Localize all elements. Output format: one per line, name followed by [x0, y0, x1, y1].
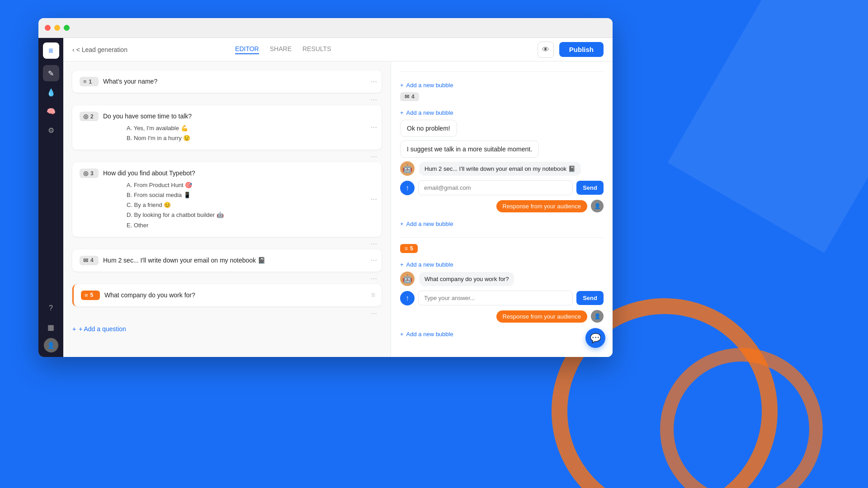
- preview-panel: + Add a new bubble ✉ 4 + Add a new bubbl…: [391, 61, 613, 357]
- text-icon-5: ≡: [85, 292, 88, 299]
- input-row-5: ↑ Send: [400, 291, 604, 305]
- text-icon: ≡: [83, 78, 87, 85]
- drag-handle-5[interactable]: ≡: [371, 291, 375, 299]
- drop-icon: 💧: [47, 88, 56, 97]
- user-avatar[interactable]: 👤: [44, 338, 58, 352]
- question-menu-2[interactable]: ⋯: [371, 124, 377, 131]
- question-badge-1: ≡ 1: [80, 77, 99, 86]
- arrow-up-icon-5: ↑: [406, 294, 409, 302]
- preview-inner: + Add a new bubble ✉ 4 + Add a new bubbl…: [391, 61, 613, 348]
- question-options-3: A. From Product Hunt 🎯 B. From social me…: [103, 180, 224, 230]
- add-bubble-after-5[interactable]: + Add a new bubble: [400, 327, 604, 341]
- radio-icon-2: ◎: [83, 113, 88, 120]
- top-nav: ‹ < Lead generation EDITOR SHARE RESULTS…: [63, 38, 613, 61]
- plus-icon-top-4: +: [400, 82, 404, 89]
- add-bubble-after-4[interactable]: + Add a new bubble: [400, 217, 604, 231]
- send-button-5[interactable]: Send: [576, 291, 604, 305]
- sidebar-item-kanban[interactable]: ▦: [43, 319, 59, 335]
- close-dot[interactable]: [45, 25, 51, 31]
- preview-section-4: + Add a new bubble ✉ 4 + Add a new bubbl…: [400, 71, 604, 231]
- question-block-1: ≡ 1 What's your name? ⋯: [72, 70, 382, 93]
- preview-section-5: ≡ 5 + Add a new bubble 🤖 What company do…: [400, 237, 604, 341]
- chat-row-5: 🤖 What company do you work for?: [400, 272, 604, 286]
- bot-avatar-5: 🤖: [400, 272, 415, 286]
- question-menu-4[interactable]: ⋯: [371, 257, 377, 264]
- sidebar-logo[interactable]: ≡: [43, 42, 59, 59]
- sidebar-item-drop[interactable]: 💧: [43, 84, 59, 100]
- audience-row-5: Response from your audience 👤: [400, 310, 604, 323]
- kanban-icon: ▦: [47, 323, 54, 332]
- tab-share[interactable]: SHARE: [270, 45, 292, 54]
- spacer-5: ⋯: [72, 308, 382, 319]
- audience-chip-4: Response from your audience: [496, 200, 587, 212]
- chat-fab[interactable]: 💬: [585, 328, 605, 348]
- sidebar: ≡ ✎ 💧 🧠 ⚙ ? ▦ 👤: [38, 38, 63, 357]
- question-text-1: What's your name?: [103, 77, 157, 85]
- option-3-c: C. By a friend 😊: [127, 200, 224, 210]
- question-block-3: ◎ 3 How did you find about Typebot? A. F…: [72, 162, 382, 236]
- app-window: ≡ ✎ 💧 🧠 ⚙ ? ▦ 👤: [38, 18, 613, 357]
- sidebar-item-help[interactable]: ?: [43, 300, 59, 316]
- question-menu-3[interactable]: ⋯: [371, 196, 377, 203]
- question-menu-1[interactable]: ⋯: [371, 78, 377, 85]
- maximize-dot[interactable]: [64, 25, 70, 31]
- plus-icon-5: +: [400, 261, 404, 268]
- tab-editor[interactable]: EDITOR: [235, 45, 259, 54]
- question-block-5: ≡ 5 What company do you work for? ≡: [72, 284, 382, 306]
- add-bubble-label-4: Add a new bubble: [406, 109, 453, 116]
- text-input-5[interactable]: [418, 291, 573, 305]
- user-avatar-5: 👤: [591, 310, 604, 323]
- add-bubble-button-4[interactable]: + Add a new bubble: [400, 106, 604, 120]
- send-button-4[interactable]: Send: [576, 181, 604, 195]
- sidebar-item-brain[interactable]: 🧠: [43, 103, 59, 119]
- input-row-4: ↑ Send: [400, 180, 604, 195]
- back-link[interactable]: ‹ < Lead generation: [72, 46, 127, 53]
- option-3-e: E. Other: [127, 221, 224, 230]
- text-step-icon: ≡: [405, 245, 408, 252]
- step-number-5: 5: [410, 245, 413, 252]
- edit-icon: ✎: [48, 69, 54, 78]
- add-question-button[interactable]: + + Add a question: [72, 321, 382, 337]
- bot-message-4: Hum 2 sec... I'll write down your email …: [419, 162, 581, 176]
- question-options-2: A. Yes, I'm available 💪 B. Nom I'm in a …: [103, 123, 192, 143]
- spacer-4: ⋯: [72, 273, 382, 284]
- option-2-a: A. Yes, I'm available 💪: [127, 123, 192, 133]
- step-number-4: 4: [411, 94, 415, 100]
- plus-icon: +: [72, 325, 76, 333]
- email-input[interactable]: [418, 180, 573, 195]
- minimize-dot[interactable]: [54, 25, 60, 31]
- question-number-3: 3: [90, 170, 94, 177]
- sidebar-item-settings[interactable]: ⚙: [43, 122, 59, 138]
- chat-bubble-suggest: I suggest we talk in a more suitable mom…: [400, 141, 604, 161]
- tab-results[interactable]: RESULTS: [302, 45, 331, 54]
- question-header-5: ≡ 5 What company do you work for?: [81, 291, 374, 300]
- add-bubble-button-5[interactable]: + Add a new bubble: [400, 258, 604, 272]
- chat-bubble-ok: Ok no problem!: [400, 120, 604, 141]
- question-badge-3: ◎ 3: [80, 169, 99, 178]
- publish-button[interactable]: Publish: [559, 42, 604, 57]
- question-badge-4: ✉ 4: [80, 256, 99, 265]
- titlebar: [38, 18, 613, 38]
- chat-fab-icon: 💬: [590, 333, 601, 343]
- project-title: < Lead generation: [76, 46, 127, 53]
- radio-icon-3: ◎: [83, 170, 88, 177]
- add-bubble-label-4-top: Add a new bubble: [406, 82, 453, 89]
- plus-icon-after-5: +: [400, 331, 404, 338]
- audience-chip-5: Response from your audience: [496, 310, 587, 323]
- back-arrow-icon: ‹: [72, 46, 75, 53]
- question-text-3: How did you find about Typebot?: [103, 169, 224, 177]
- panels: ≡ 1 What's your name? ⋯ ⋯ ◎ 2: [63, 61, 613, 357]
- question-number-1: 1: [89, 79, 92, 85]
- option-3-b: B. From social media 📱: [127, 190, 224, 200]
- preview-button[interactable]: 👁: [538, 42, 554, 58]
- add-question-label: + Add a question: [79, 325, 126, 333]
- bot-avatar-4: 🤖: [400, 161, 415, 176]
- plus-icon-after-4: +: [400, 221, 404, 227]
- bot-message-5: What company do you work for?: [419, 272, 514, 286]
- add-bubble-button-4-top[interactable]: + Add a new bubble: [400, 78, 604, 92]
- chat-row-4: 🤖 Hum 2 sec... I'll write down your emai…: [400, 161, 604, 176]
- arrow-up-icon-4: ↑: [406, 184, 409, 192]
- question-header-2: ◎ 2 Do you have some time to talk? A. Ye…: [80, 112, 374, 143]
- sidebar-item-edit[interactable]: ✎: [43, 65, 59, 81]
- step-badge-5: ≡ 5: [400, 244, 418, 253]
